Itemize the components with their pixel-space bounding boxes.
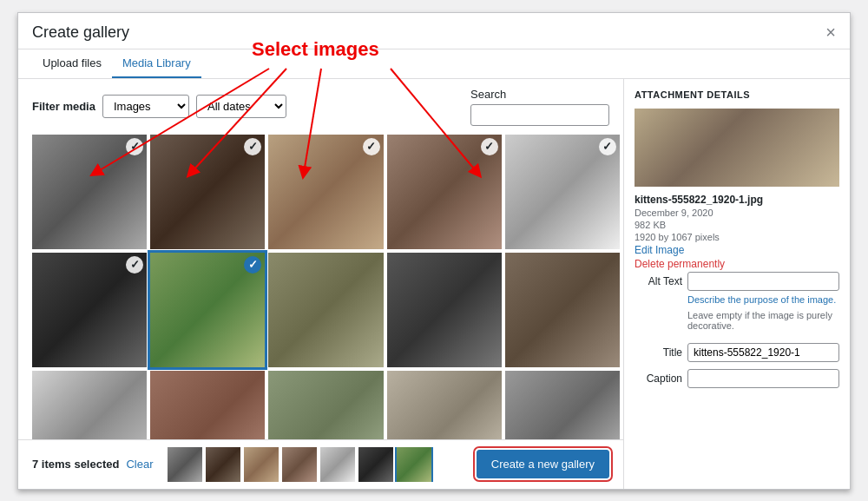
thumb-strip-item-3[interactable]	[244, 447, 279, 482]
grid-item-6[interactable]: ✓	[32, 253, 147, 367]
check-mark-3: ✓	[363, 138, 380, 155]
grid-item-15[interactable]	[505, 371, 620, 439]
title-label: Title	[635, 343, 682, 359]
check-mark-2: ✓	[244, 138, 261, 155]
tab-upload[interactable]: Upload files	[32, 49, 112, 78]
grid-item-1[interactable]: ✓	[32, 135, 147, 249]
attachment-filename: kittens-555822_1920-1.jpg	[635, 194, 839, 206]
check-mark-4: ✓	[481, 138, 498, 155]
attachment-size: 982 KB	[635, 220, 839, 230]
selected-count: 7 items selected	[32, 458, 119, 471]
filter-date-select[interactable]: All dates	[196, 95, 286, 118]
modal-header: Create gallery ×	[18, 13, 850, 49]
edit-image-link[interactable]: Edit Image	[635, 244, 839, 256]
thumb-strip-item-1[interactable]	[168, 447, 202, 482]
attachment-thumbnail	[635, 109, 839, 187]
attachment-date: December 9, 2020	[635, 208, 839, 218]
alt-text-desc[interactable]: Describe the purpose of the image.	[687, 294, 839, 305]
alt-text-row: Alt Text Describe the purpose of the ima…	[635, 272, 839, 336]
grid-item-4[interactable]: ✓	[387, 135, 502, 249]
media-area: Filter media Images All dates Search	[18, 79, 624, 489]
grid-item-5[interactable]: ✓	[505, 135, 620, 249]
tab-bar: Upload files Media Library	[18, 49, 850, 79]
footer-bar: 7 items selected Clear Create a new gall…	[18, 439, 623, 489]
search-area: Search	[470, 88, 609, 126]
grid-item-10[interactable]	[505, 253, 620, 367]
thumb-strip-item-2[interactable]	[206, 447, 240, 482]
alt-text-label: Alt Text	[635, 272, 682, 287]
thumb-strip-item-6[interactable]	[358, 447, 393, 482]
tab-media-library[interactable]: Media Library	[112, 49, 201, 78]
thumb-strip	[168, 447, 470, 482]
caption-row: Caption	[635, 369, 839, 388]
grid-item-2[interactable]: ✓	[150, 135, 265, 249]
title-row: Title	[635, 343, 839, 362]
grid-item-13[interactable]	[268, 371, 383, 439]
grid-item-3[interactable]: ✓	[268, 135, 383, 249]
check-mark-5: ✓	[599, 138, 616, 155]
search-input[interactable]	[470, 104, 609, 126]
modal-body: Filter media Images All dates Search	[18, 79, 850, 489]
grid-item-7[interactable]: ✓	[150, 253, 265, 367]
thumb-strip-item-4[interactable]	[282, 447, 317, 482]
close-button[interactable]: ×	[825, 23, 836, 48]
clear-link[interactable]: Clear	[126, 458, 153, 471]
caption-input[interactable]	[687, 369, 839, 388]
alt-text-input[interactable]	[687, 272, 839, 291]
attachment-sidebar: ATTACHMENT DETAILS kittens-555822_1920-1…	[624, 79, 850, 489]
alt-text-sub: Leave empty if the image is purely decor…	[687, 310, 839, 331]
check-mark-7: ✓	[244, 256, 261, 274]
thumb-strip-item-5[interactable]	[320, 447, 355, 482]
grid-container: ✓✓✓✓✓✓✓	[18, 135, 623, 439]
media-grid: ✓✓✓✓✓✓✓	[32, 135, 620, 439]
filter-label: Filter media	[32, 100, 95, 113]
create-gallery-button[interactable]: Create a new gallery	[477, 450, 609, 478]
title-input[interactable]	[687, 343, 839, 362]
check-mark-1: ✓	[126, 138, 143, 155]
grid-item-11[interactable]	[32, 371, 147, 439]
check-mark-6: ✓	[126, 256, 143, 274]
thumb-strip-item-7[interactable]	[397, 447, 431, 482]
grid-item-14[interactable]	[387, 371, 502, 439]
caption-label: Caption	[635, 369, 682, 385]
grid-item-9[interactable]	[387, 253, 502, 367]
grid-item-12[interactable]	[150, 371, 265, 439]
search-label: Search	[470, 88, 609, 101]
delete-permanently-link[interactable]: Delete permanently	[635, 258, 839, 270]
grid-item-8[interactable]	[268, 253, 383, 367]
attachment-details-title: ATTACHMENT DETAILS	[635, 89, 839, 100]
filter-bar: Filter media Images All dates Search	[18, 79, 623, 135]
filter-type-select[interactable]: Images	[102, 95, 189, 118]
attachment-dimensions: 1920 by 1067 pixels	[635, 232, 839, 242]
modal-title: Create gallery	[32, 23, 129, 49]
